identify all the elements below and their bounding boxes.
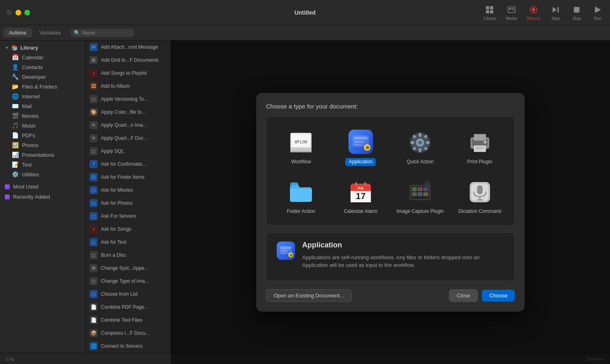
action-item-1[interactable]: ⊞ Add Grid to...F Documents [85, 54, 170, 67]
action-item-8[interactable]: ◻ Apply SQL [85, 145, 170, 158]
action-item-7[interactable]: ✕ Apply Quart...F Doc... [85, 132, 170, 145]
svg-rect-31 [419, 133, 421, 137]
sidebar-item-calendar[interactable]: 📅 Calendar [0, 52, 85, 62]
action-item-12[interactable]: ◻ Ask for Photos [85, 197, 170, 210]
action-item-6[interactable]: ✕ Apply Quart...o Ima... [85, 119, 170, 132]
toolbar-stop-button[interactable]: Stop [571, 4, 582, 21]
action-item-21[interactable]: 📄 Combine Text Files [85, 314, 170, 327]
action-icon-4: ◻ [89, 95, 98, 103]
action-item-0[interactable]: ✉ Add Attach...ront Message [85, 41, 170, 54]
action-icon-9: ? [89, 160, 98, 168]
action-icon-10: ⊡ [89, 173, 98, 181]
toolbar: Library Media Record [484, 4, 603, 21]
type-item-quick-action[interactable]: Quick Action [392, 123, 449, 170]
traffic-lights [7, 10, 30, 15]
type-icon-application: ⚙ [348, 129, 374, 155]
action-item-15[interactable]: ◻ Ask for Text [85, 236, 170, 249]
sidebar-item-music[interactable]: 🎵 Music [0, 121, 85, 130]
sidebar-item-movies[interactable]: 🎬 Movies [0, 111, 85, 121]
action-icon-13: ◻ [89, 212, 98, 220]
tab-actions[interactable]: Actions [3, 28, 32, 37]
type-item-print-plugin[interactable]: Print Plugin [452, 123, 508, 170]
sidebar-item-photos[interactable]: 🖼️ Photos [0, 140, 85, 150]
action-item-4[interactable]: ◻ Apple Versioning To... [85, 93, 170, 106]
action-item-19[interactable]: ◻ Choose from List [85, 288, 170, 301]
toolbar-media-button[interactable]: Media [506, 4, 517, 21]
tab-variables[interactable]: Variables [34, 28, 67, 37]
movies-icon: 🎬 [11, 113, 19, 119]
titlebar: Untitled Library M [0, 0, 610, 25]
choose-button[interactable]: Choose [482, 290, 515, 301]
sidebar-item-most-used[interactable]: Most Used [0, 182, 85, 192]
type-item-workflow[interactable]: WFLOW Workflow [273, 123, 329, 170]
sidebar-item-pdfs[interactable]: 📄 PDFs [0, 130, 85, 140]
action-item-5[interactable]: 🎨 Apply Color...file to... [85, 106, 170, 119]
svg-rect-60 [412, 192, 417, 196]
type-item-image-capture-plugin[interactable]: Image Capture Plugin [392, 173, 449, 219]
minimize-button[interactable] [15, 10, 21, 15]
text-icon: 📝 [11, 161, 19, 168]
modal-footer-left: Open an Existing Document... [266, 289, 445, 302]
svg-point-45 [484, 141, 486, 143]
action-item-2[interactable]: ♪ Add Songs to Playlist [85, 67, 170, 80]
action-item-20[interactable]: 📄 Combine PDF Page... [85, 301, 170, 314]
action-item-22[interactable]: 📦 Compress I...F Docu... [85, 327, 170, 340]
sidebar-item-contacts[interactable]: 👤 Contacts [0, 62, 85, 72]
action-item-14[interactable]: ♪ Ask for Songs [85, 223, 170, 236]
svg-rect-0 [486, 6, 489, 9]
action-item-3[interactable]: 🖼 Add to Album [85, 80, 170, 93]
svg-rect-19 [290, 151, 312, 152]
action-icon-12: ◻ [89, 199, 98, 207]
action-item-11[interactable]: ◻ Ask for Movies [85, 184, 170, 197]
type-icon-print-plugin [467, 130, 493, 156]
sidebar-item-utilities[interactable]: ⚙️ Utilities [0, 169, 85, 179]
sidebar-item-presentations[interactable]: 📊 Presentations [0, 150, 85, 160]
action-item-9[interactable]: ? Ask for Confirmatio... [85, 158, 170, 171]
svg-marker-10 [553, 7, 557, 13]
sidebar-item-mail[interactable]: ✉️ Mail [0, 101, 85, 111]
toolbar-run-button[interactable]: Run [592, 4, 603, 21]
sidebar-item-recently-added[interactable]: Recently Added [0, 192, 85, 202]
action-item-18[interactable]: ◻ Change Type of Ima... [85, 275, 170, 288]
type-item-folder-action[interactable]: Folder Action [273, 173, 329, 219]
type-label-folder-action: Folder Action [287, 208, 315, 215]
svg-rect-43 [475, 147, 484, 148]
close-button-modal[interactable]: Close [449, 289, 478, 302]
step-icon [550, 4, 561, 15]
toolbar-library-button[interactable]: Library [484, 4, 496, 21]
internet-icon: 🌐 [11, 93, 19, 100]
action-item-16[interactable]: ◻ Burn a Disc [85, 249, 170, 262]
sidebar-item-internet[interactable]: 🌐 Internet [0, 91, 85, 101]
action-icon-17: ⚙ [89, 264, 98, 272]
type-label-image-capture-plugin: Image Capture Plugin [396, 208, 444, 215]
type-item-dictation-command[interactable]: Dictation Command [452, 173, 508, 219]
search-input[interactable] [82, 30, 131, 36]
toolbar-record-button[interactable]: Record [527, 4, 540, 21]
svg-rect-34 [426, 141, 430, 144]
svg-rect-24 [354, 144, 362, 145]
modal-title: Choose a type for your document: [266, 103, 515, 110]
close-button[interactable] [7, 10, 12, 15]
action-item-17[interactable]: ⚙ Change Syst...Appe... [85, 262, 170, 275]
toolbar-step-button[interactable]: Step [550, 4, 561, 21]
stop-label: Stop [573, 16, 581, 21]
sidebar-library-header[interactable]: ▼ 📚 Library [0, 43, 85, 52]
arrow-icon: ▼ [5, 46, 9, 50]
type-label-calendar-alarm: Calendar Alarm [344, 208, 377, 215]
svg-rect-61 [418, 192, 423, 196]
svg-rect-62 [423, 192, 428, 196]
maximize-button[interactable] [24, 10, 30, 15]
sidebar-item-text[interactable]: 📝 Text [0, 160, 85, 169]
type-item-calendar-alarm[interactable]: 17 JUL Calendar Alarm [333, 173, 389, 219]
action-item-23[interactable]: 🌐 Connect to Servers [85, 340, 170, 353]
sidebar-item-developer[interactable]: 🔧 Developer [0, 72, 85, 82]
svg-text:JUL: JUL [357, 186, 364, 190]
sidebar-item-files-folders[interactable]: 📂 Files & Folders [0, 82, 85, 91]
type-item-application[interactable]: ⚙ Application [333, 123, 389, 170]
svg-rect-73 [281, 247, 291, 249]
svg-rect-4 [508, 7, 515, 13]
open-existing-button[interactable]: Open an Existing Document... [266, 289, 352, 302]
action-item-10[interactable]: ⊡ Ask for Finder Items [85, 171, 170, 184]
action-item-13[interactable]: ◻ Ask For Servers [85, 210, 170, 223]
main-content: ▼ 📚 Library 📅 Calendar 👤 Contacts 🔧 Deve… [0, 41, 610, 364]
